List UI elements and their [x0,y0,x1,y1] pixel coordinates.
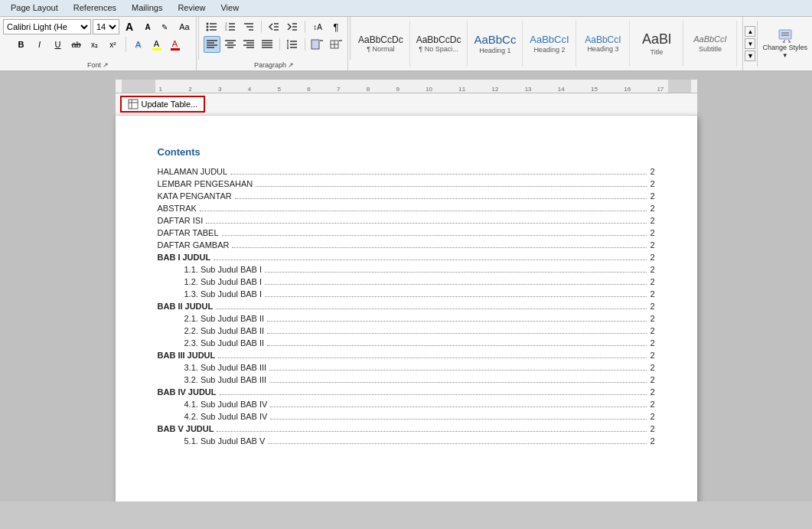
bold-btn[interactable]: B [13,36,30,53]
font-change-case-btn[interactable]: Aa [176,18,193,35]
toc-item: 2.2. Sub Judul BAB II2 [158,326,655,336]
toc-dots [269,382,647,383]
change-styles-arrow: ▼ [782,52,788,59]
numbering-icon: 1.2.3. [224,21,236,32]
toc-item-text: BAB II JUDUL [158,302,214,311]
styles-list: AaBbCcDc ¶ Normal AaBbCcDc ¶ No Spaci...… [352,17,742,70]
toc-dots [270,407,647,407]
eraser-icon: ✎ [161,21,171,32]
ribbon: Calibri Light (He 14 A A ✎ Aa B I U ab x… [0,17,812,72]
justify-btn[interactable] [259,36,276,53]
align-left-btn[interactable] [204,36,220,53]
style-heading1[interactable]: AaBbCc Heading 1 [468,21,523,67]
toc-item-text: BAB IV JUDUL [158,387,217,397]
bullets-icon [206,21,218,32]
toc-dots [232,247,647,248]
styles-scroll-down[interactable]: ▼ [745,38,755,49]
toc-page: 2 [650,216,654,225]
bullets-btn[interactable] [204,18,220,35]
toc-item-text: ABSTRAK [158,204,197,213]
italic-btn[interactable]: I [31,36,48,53]
toc-dots [268,443,647,444]
toc-title: Contents [158,146,655,158]
numbering-btn[interactable]: 1.2.3. [222,18,239,35]
underline-btn[interactable]: U [50,36,67,53]
font-clear-btn[interactable]: ✎ [158,18,174,35]
text-effect-btn[interactable]: A [130,36,147,53]
toc-item-text: DAFTAR TABEL [158,228,219,237]
font-size-select[interactable]: 14 [93,19,119,34]
update-table-btn[interactable]: Update Table... [120,96,206,113]
shading-icon [311,39,324,50]
decrease-indent-btn[interactable] [266,18,282,35]
font-expand-icon[interactable]: ↗ [103,61,109,69]
sort-btn[interactable]: ↕A [309,18,326,35]
toc-page: 2 [650,424,654,433]
style-h1-label: Heading 1 [479,47,510,54]
show-para-btn[interactable]: ¶ [328,18,344,35]
superscript-btn[interactable]: x² [105,36,122,53]
tab-mailings[interactable]: Mailings [124,0,170,16]
style-normal[interactable]: AaBbCcDc ¶ Normal [352,21,410,67]
style-subtitle-label: Subtitle [699,45,722,53]
style-nospace-label: ¶ No Spaci... [419,45,458,53]
increase-indent-btn[interactable] [284,18,301,35]
toc-page: 2 [650,338,654,348]
svg-text:3.: 3. [225,28,227,31]
toc-page: 2 [650,240,654,250]
style-heading2[interactable]: AaBbCcI Heading 2 [523,21,576,67]
toc-dots [222,235,647,236]
paragraph-group: 1.2.3. ↕A ¶ [201,17,348,70]
multilevel-btn[interactable] [240,18,257,35]
toc-item: BAB II JUDUL2 [158,302,655,312]
style-normal-label: ¶ Normal [367,45,394,53]
style-h2-preview: AaBbCcI [530,34,569,46]
toc-page: 2 [650,191,654,201]
highlight-btn[interactable]: A [148,36,165,53]
section-divider2 [350,17,351,60]
style-subtitle[interactable]: AaBbCcI Subtitle [683,21,737,67]
justify-icon [261,39,273,50]
paragraph-expand-icon[interactable]: ↗ [288,61,294,69]
table-update-icon [128,99,139,109]
subscript-btn[interactable]: x₂ [86,36,103,53]
toc-item: DAFTAR GAMBAR2 [158,240,655,250]
divider [261,21,262,33]
styles-scroll-more[interactable]: ▼ [745,51,755,61]
font-grow-btn[interactable]: A [121,18,138,35]
style-heading3[interactable]: AaBbCcI Heading 3 [576,21,630,67]
multilevel-icon [243,21,255,32]
font-name-select[interactable]: Calibri Light (He [3,19,91,34]
align-center-btn[interactable] [222,36,239,53]
toc-item-text: BAB V JUDUL [158,424,214,433]
toc-item: 3.2. Sub Judul BAB III2 [158,375,655,385]
svg-point-5 [207,26,209,28]
toc-item: BAB I JUDUL2 [158,253,655,263]
shading-btn[interactable] [309,36,326,53]
line-spacing-btn[interactable] [284,36,301,53]
toc-page: 2 [650,179,654,188]
toc-container: HALAMAN JUDUL2LEMBAR PENGESAHAN2KATA PEN… [158,167,655,446]
font-shrink-btn[interactable]: A [139,18,156,35]
tab-review[interactable]: Review [170,0,213,16]
toc-item-text: 2.1. Sub Judul BAB II [184,314,265,323]
toc-item: HALAMAN JUDUL2 [158,167,655,177]
tab-references[interactable]: References [66,0,124,16]
styles-scroll-up[interactable]: ▲ [745,26,755,37]
toc-item: 1.1. Sub Judul BAB I2 [158,265,655,275]
font-color-btn[interactable]: A [167,36,184,53]
toc-item-text: DAFTAR ISI [158,216,204,225]
align-right-btn[interactable] [240,36,257,53]
toc-page: 2 [650,387,654,397]
toc-item-text: 3.1. Sub Judul BAB III [184,363,267,372]
toc-page: 2 [650,302,654,311]
svg-point-4 [207,23,209,25]
tab-view[interactable]: View [213,0,246,16]
toc-item: 2.1. Sub Judul BAB II2 [158,314,655,324]
change-styles-btn[interactable]: Change Styles ▼ [757,21,812,67]
strikethrough-btn[interactable]: ab [68,36,85,53]
borders-btn[interactable] [328,36,344,53]
tab-page-layout[interactable]: Page Layout [3,0,66,16]
style-no-spacing[interactable]: AaBbCcDc ¶ No Spaci... [410,21,468,67]
style-title[interactable]: AaBl Title [630,21,683,67]
